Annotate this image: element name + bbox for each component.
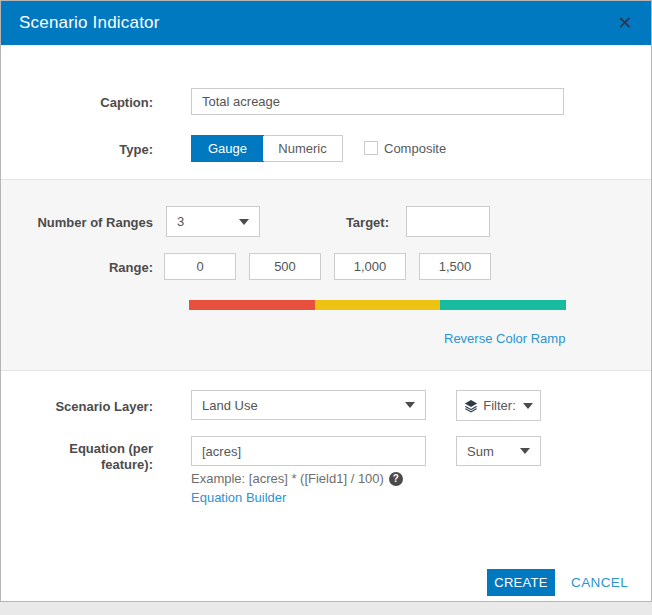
target-input[interactable] xyxy=(406,206,490,237)
caption-input[interactable] xyxy=(191,88,564,115)
dialog-header: Scenario Indicator ✕ xyxy=(1,1,651,45)
composite-label: Composite xyxy=(384,141,446,156)
scenario-layer-value: Land Use xyxy=(202,398,258,413)
equation-input[interactable] xyxy=(191,436,426,466)
equation-label: Equation (per feature): xyxy=(1,441,153,473)
type-segmented-control: Gauge Numeric xyxy=(191,135,343,162)
scenario-indicator-dialog: Scenario Indicator ✕ Caption: Type: Gaug… xyxy=(0,0,652,602)
range-input-3[interactable] xyxy=(334,253,406,280)
reverse-color-ramp-link[interactable]: Reverse Color Ramp xyxy=(444,331,565,346)
filter-label: Filter: xyxy=(483,398,516,413)
chevron-down-icon xyxy=(523,403,533,409)
chevron-down-icon xyxy=(405,402,415,408)
ranges-section: Number of Ranges 3 Target: Range: Revers… xyxy=(1,179,651,371)
color-ramp-segment-green xyxy=(440,300,566,310)
equation-example-text: Example: [acres] * ([Field1] / 100) xyxy=(191,471,384,486)
color-ramp xyxy=(189,300,566,310)
help-icon[interactable]: ? xyxy=(389,472,403,486)
range-input-1[interactable] xyxy=(164,253,236,280)
aggregation-dropdown[interactable]: Sum xyxy=(456,436,541,466)
equation-builder-link[interactable]: Equation Builder xyxy=(191,490,286,505)
close-icon[interactable]: ✕ xyxy=(610,1,640,45)
layers-icon xyxy=(464,399,478,413)
scenario-layer-label: Scenario Layer: xyxy=(1,399,153,414)
aggregation-value: Sum xyxy=(467,444,494,459)
dialog-title: Scenario Indicator xyxy=(19,13,160,33)
number-of-ranges-dropdown[interactable]: 3 xyxy=(166,206,260,237)
color-ramp-segment-yellow xyxy=(315,300,441,310)
chevron-down-icon xyxy=(239,219,249,225)
number-of-ranges-value: 3 xyxy=(177,214,184,229)
chevron-down-icon xyxy=(520,448,530,454)
range-input-2[interactable] xyxy=(249,253,321,280)
caption-label: Caption: xyxy=(1,95,153,110)
range-label: Range: xyxy=(1,260,153,275)
composite-checkbox[interactable] xyxy=(364,141,378,155)
target-label: Target: xyxy=(301,215,389,230)
cancel-button[interactable]: CANCEL xyxy=(571,575,628,590)
color-ramp-segment-red xyxy=(189,300,315,310)
type-numeric-button[interactable]: Numeric xyxy=(263,136,342,161)
type-gauge-button[interactable]: Gauge xyxy=(191,135,264,162)
range-input-4[interactable] xyxy=(419,253,491,280)
scenario-layer-dropdown[interactable]: Land Use xyxy=(191,390,426,420)
type-label: Type: xyxy=(1,142,153,157)
filter-dropdown[interactable]: Filter: xyxy=(456,390,541,421)
create-button[interactable]: CREATE xyxy=(487,569,555,596)
number-of-ranges-label: Number of Ranges xyxy=(1,215,153,230)
equation-example: Example: [acres] * ([Field1] / 100) ? xyxy=(191,471,403,486)
